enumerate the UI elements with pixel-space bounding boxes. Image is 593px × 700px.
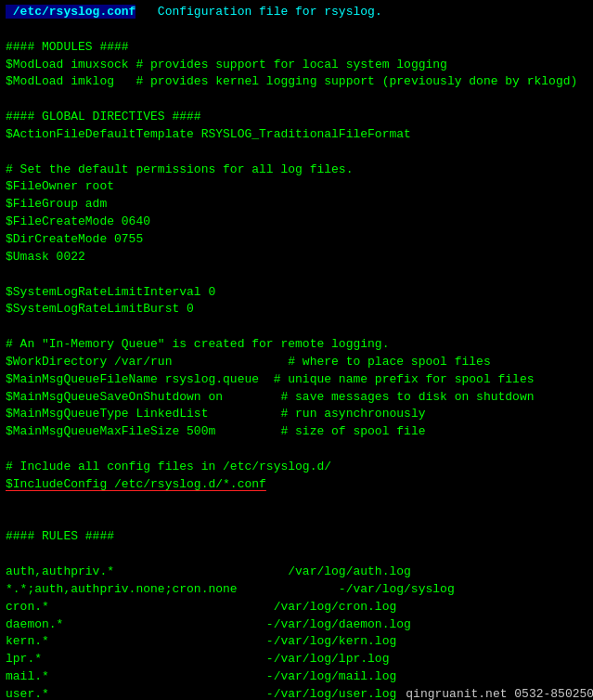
comment-include-config: # Include all config files in /etc/rsysl… [6,459,587,476]
include-config-line: $IncludeConfig /etc/rsyslog.d/*.conf [6,476,587,494]
modload-imklog: $ModLoad imklog # provides kernel loggin… [6,73,587,91]
daemon-rule: daemon.* -/var/log/daemon.log [6,616,587,634]
terminal-window: /etc/rsyslog.conf Configuration file for… [0,0,593,700]
syslog-rule: *.*;auth,authpriv.none;cron.none -/var/l… [6,581,587,599]
file-create-mode: $FileCreateMode 0640 [6,214,587,231]
cron-rule: cron.* /var/log/cron.log [6,599,587,616]
work-directory: $WorkDirectory /var/run # where to place… [6,354,587,371]
file-owner: $FileOwner root [6,178,587,196]
user-rule-line: user.* -/var/log/user.log qingruanit.net… [6,686,587,700]
auth-authpriv-rule: auth,authpriv.* /var/log/auth.log [6,564,587,581]
watermark: qingruanit.net 0532-85025005 [406,686,593,700]
lpr-rule: lpr.* -/var/log/lpr.log [6,651,587,668]
file-description: Configuration file for rsyslog. [135,5,381,19]
system-log-rate-limit-interval: $SystemLogRateLimitInterval 0 [6,284,587,302]
dir-create-mode: $DirCreateMode 0755 [6,231,587,249]
modules-section-header: #### MODULES #### [6,39,587,57]
action-file-default-template: $ActionFileDefaultTemplate RSYSLOG_Tradi… [6,126,587,144]
comment-in-memory-queue: # An "In-Memory Queue" is created for re… [6,336,587,354]
umask: $Umask 0022 [6,249,587,266]
main-msg-queue-type: $MainMsgQueueType LinkedList # run async… [6,406,587,423]
file-header-line: /etc/rsyslog.conf Configuration file for… [6,4,587,21]
modload-imuxsock: $ModLoad imuxsock # provides support for… [6,57,587,74]
global-directives-header: #### GLOBAL DIRECTIVES #### [6,109,587,126]
main-msg-queue-filename: $MainMsgQueueFileName rsyslog.queue # un… [6,371,587,389]
file-path: /etc/rsyslog.conf [6,5,135,19]
user-rule: user.* -/var/log/user.log [6,686,396,700]
kern-rule: kern.* -/var/log/kern.log [6,633,587,651]
main-msg-queue-max-file-size: $MainMsgQueueMaxFileSize 500m # size of … [6,423,587,441]
rules-section-header: #### RULES #### [6,528,587,546]
file-group: $FileGroup adm [6,196,587,214]
main-msg-queue-save-on-shutdown: $MainMsgQueueSaveOnShutdown on # save me… [6,389,587,407]
mail-rule: mail.* -/var/log/mail.log [6,668,587,686]
comment-permissions: # Set the default permissions for all lo… [6,162,587,179]
system-log-rate-limit-burst: $SystemLogRateLimitBurst 0 [6,301,587,318]
